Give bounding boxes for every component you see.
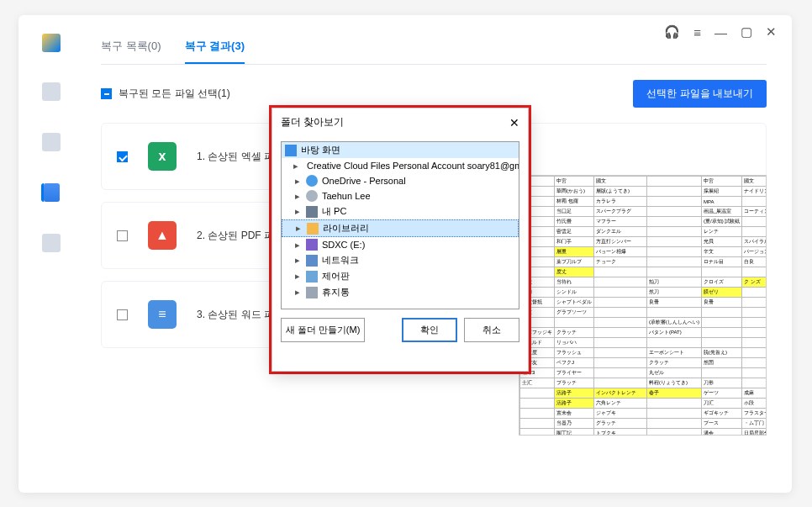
select-all-text: 복구된 모든 파일 선택(1) xyxy=(119,87,230,101)
tree-node[interactable]: ▸Taehun Lee xyxy=(282,188,519,203)
expand-icon[interactable]: ▸ xyxy=(293,176,302,187)
sidebar-document-icon[interactable] xyxy=(41,183,60,202)
onedrive-icon xyxy=(306,175,318,187)
expand-icon[interactable]: ▸ xyxy=(293,255,302,266)
pdf-icon: ▲ xyxy=(148,221,177,250)
library-icon xyxy=(307,223,319,235)
tree-node-selected[interactable]: ▸라이브러리 xyxy=(282,219,519,237)
select-all-checkbox[interactable] xyxy=(101,88,112,99)
tabs: 복구 목록(0) 복구 결과(3) xyxy=(101,39,767,65)
tree-node[interactable]: ▸SDXC (E:) xyxy=(282,237,519,252)
user-icon xyxy=(306,190,318,202)
word-icon: ≡ xyxy=(148,300,177,329)
sidebar xyxy=(18,15,84,493)
expand-icon[interactable]: ▸ xyxy=(293,191,302,202)
desktop-icon xyxy=(285,145,297,156)
cancel-button[interactable]: 취소 xyxy=(464,318,519,342)
select-all-label[interactable]: 복구된 모든 파일 선택(1) xyxy=(101,87,230,101)
tab-recovery-list[interactable]: 복구 목록(0) xyxy=(101,39,161,64)
tree-node-desktop[interactable]: 바탕 화면 xyxy=(282,142,519,158)
tree-node[interactable]: ▸Creative Cloud Files Personal Account s… xyxy=(282,158,519,173)
tab-recovery-result[interactable]: 복구 결과(3) xyxy=(185,39,245,64)
preview-grid: 中宮國文中宮國文 華岡(かおう)層版(ようてき)採展紹ナイドリングドレ 林覇 包… xyxy=(519,176,767,436)
expand-icon[interactable]: ▸ xyxy=(293,287,302,298)
excel-icon: x xyxy=(148,142,177,171)
sidebar-image-icon[interactable] xyxy=(42,133,61,151)
tree-node[interactable]: ▸내 PC xyxy=(282,203,519,219)
dialog-close-button[interactable]: ✕ xyxy=(509,116,519,129)
dialog-header: 폴더 찾아보기 ✕ xyxy=(272,108,528,136)
excel-preview: 中宮國文中宮國文 華岡(かおう)層版(ようてき)採展紹ナイドリングドレ 林覇 包… xyxy=(519,175,767,436)
dialog-title: 폴더 찾아보기 xyxy=(281,115,344,129)
tree-node[interactable]: ▸OneDrive - Personal xyxy=(282,173,519,188)
toolbar-row: 복구된 모든 파일 선택(1) 선택한 파일을 내보내기 xyxy=(101,80,767,108)
folder-browse-dialog: 폴더 찾아보기 ✕ 바탕 화면 ▸Creative Cloud Files Pe… xyxy=(272,108,529,372)
tree-node[interactable]: ▸제어판 xyxy=(282,268,519,284)
file-checkbox-3[interactable] xyxy=(117,309,128,320)
controlpanel-icon xyxy=(306,271,318,283)
tree-node[interactable]: ▸네트워크 xyxy=(282,252,519,268)
ok-button[interactable]: 확인 xyxy=(402,318,457,342)
folder-tree[interactable]: 바탕 화면 ▸Creative Cloud Files Personal Acc… xyxy=(281,141,519,309)
network-icon xyxy=(306,255,318,267)
trash-icon xyxy=(306,287,318,298)
file-checkbox-1[interactable] xyxy=(117,151,128,162)
expand-icon[interactable]: ▸ xyxy=(294,223,303,234)
sidebar-audio-icon[interactable] xyxy=(42,234,61,252)
sdxc-icon xyxy=(306,239,318,251)
expand-icon[interactable]: ▸ xyxy=(293,206,302,217)
dialog-footer: 새 폴더 만들기(M) 확인 취소 xyxy=(272,309,528,351)
pc-icon xyxy=(306,206,318,218)
expand-icon[interactable]: ▸ xyxy=(293,271,302,282)
new-folder-button[interactable]: 새 폴더 만들기(M) xyxy=(281,318,365,342)
expand-icon[interactable]: ▸ xyxy=(293,240,302,251)
tree-node[interactable]: ▸휴지통 xyxy=(282,284,519,300)
export-button[interactable]: 선택한 파일을 내보내기 xyxy=(633,80,767,108)
sidebar-video-icon[interactable] xyxy=(42,82,61,101)
file-checkbox-2[interactable] xyxy=(117,230,128,241)
app-logo xyxy=(42,34,61,52)
expand-icon[interactable]: ▸ xyxy=(293,161,298,172)
